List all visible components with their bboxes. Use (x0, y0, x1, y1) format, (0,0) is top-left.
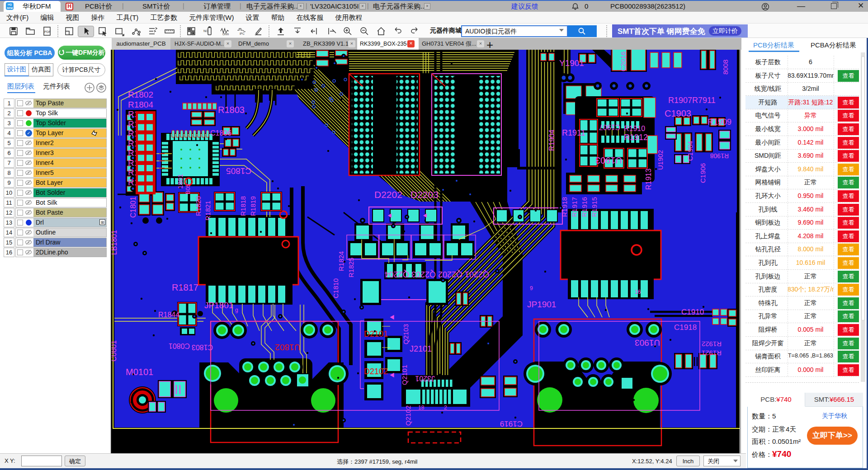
svg-text:C1805: C1805 (226, 166, 251, 176)
svg-text:Y1901: Y1901 (559, 58, 584, 68)
svg-text:D2202: D2202 (374, 189, 402, 200)
svg-text:R1820: R1820 (194, 196, 202, 216)
svg-text:C1906: C1906 (699, 163, 707, 183)
svg-text:C1907: C1907 (599, 123, 620, 131)
svg-text:R1819: R1819 (249, 196, 257, 216)
svg-text:IPC: IPC (240, 32, 245, 35)
svg-text:R1911: R1911 (562, 128, 585, 137)
svg-text:R1907R7911: R1907R7911 (668, 96, 716, 105)
svg-text:R1818: R1818 (239, 196, 247, 216)
svg-text:R1909: R1909 (708, 118, 731, 127)
svg-text:Q2102: Q2102 (404, 405, 412, 426)
svg-text:R1918: R1918 (561, 197, 568, 217)
svg-text:C1810: C1810 (332, 278, 340, 298)
svg-text:NO: NO (203, 29, 208, 33)
svg-text:JP1801: JP1801 (204, 301, 233, 310)
svg-text:R1817: R1817 (172, 282, 198, 292)
svg-text:LB1801: LB1801 (112, 230, 118, 255)
svg-text:2: 2 (444, 404, 447, 411)
svg-text:R1825: R1825 (347, 258, 355, 277)
svg-text:R1913: R1913 (645, 169, 652, 190)
svg-text:B05: B05 (184, 184, 191, 194)
svg-text:D2101: D2101 (364, 329, 388, 338)
svg-text:R1908: R1908 (710, 152, 729, 160)
svg-text:J2101: J2101 (410, 344, 432, 353)
svg-text:R1912: R1912 (624, 133, 648, 142)
svg-text:J3201: J3201 (415, 375, 435, 382)
svg-text:R1821: R1821 (204, 201, 212, 221)
svg-text:R1803: R1803 (218, 105, 245, 115)
svg-text:1801: 1801 (176, 174, 184, 189)
svg-text:R1916: R1916 (580, 197, 588, 217)
svg-text:U1903: U1903 (635, 338, 660, 348)
svg-text:Q2103: Q2103 (402, 324, 410, 344)
svg-text:C0801: C0801 (112, 340, 118, 362)
svg-text:M0101: M0101 (126, 367, 153, 377)
svg-text:D2102: D2102 (364, 367, 388, 376)
svg-text:R1844: R1844 (158, 311, 179, 319)
svg-text:C2016: C2016 (619, 52, 627, 71)
svg-text:Ohm: Ohm (222, 33, 229, 36)
svg-text:C1903: C1903 (665, 108, 691, 118)
svg-text:Q2201 Q2202 Q2203 Q2204: Q2201 Q2202 Q2203 Q2204 (385, 270, 489, 279)
svg-text:C1918: C1918 (674, 323, 697, 332)
svg-text:C1803: C1803 (192, 343, 213, 351)
svg-text:g: g (235, 307, 238, 313)
svg-text:R1921: R1921 (702, 349, 722, 357)
svg-text:R1917: R1917 (571, 197, 578, 217)
svg-text:C0801: C0801 (169, 342, 190, 350)
svg-text:8008: 8008 (722, 60, 729, 75)
svg-text:C1919: C1919 (500, 419, 523, 428)
svg-text:U1902: U1902 (656, 150, 664, 170)
svg-text:R1910: R1910 (624, 125, 645, 132)
svg-text:U1903: U1903 (595, 155, 622, 165)
svg-text:16: 16 (635, 289, 641, 295)
svg-text:C1904: C1904 (686, 141, 694, 161)
svg-text:U1802: U1802 (275, 343, 300, 352)
svg-text:R1922: R1922 (702, 340, 722, 348)
svg-text:Q2101: Q2101 (401, 365, 408, 385)
svg-text:C1801: C1801 (129, 197, 137, 218)
svg-text:JP1901: JP1901 (527, 300, 556, 309)
svg-text:C1806: C1806 (210, 129, 231, 137)
svg-text:C1910: C1910 (681, 308, 704, 316)
svg-text:R1824: R1824 (337, 251, 345, 271)
svg-text:R1804: R1804 (128, 100, 153, 109)
svg-text:D2203: D2203 (410, 189, 439, 200)
svg-text:18: 18 (418, 404, 425, 411)
svg-text:PDF: PDF (44, 30, 51, 33)
svg-text:9: 9 (530, 285, 533, 291)
svg-text:R1915: R1915 (590, 197, 598, 217)
svg-text:R1802: R1802 (128, 90, 153, 99)
svg-text:R1904: R1904 (548, 130, 556, 151)
